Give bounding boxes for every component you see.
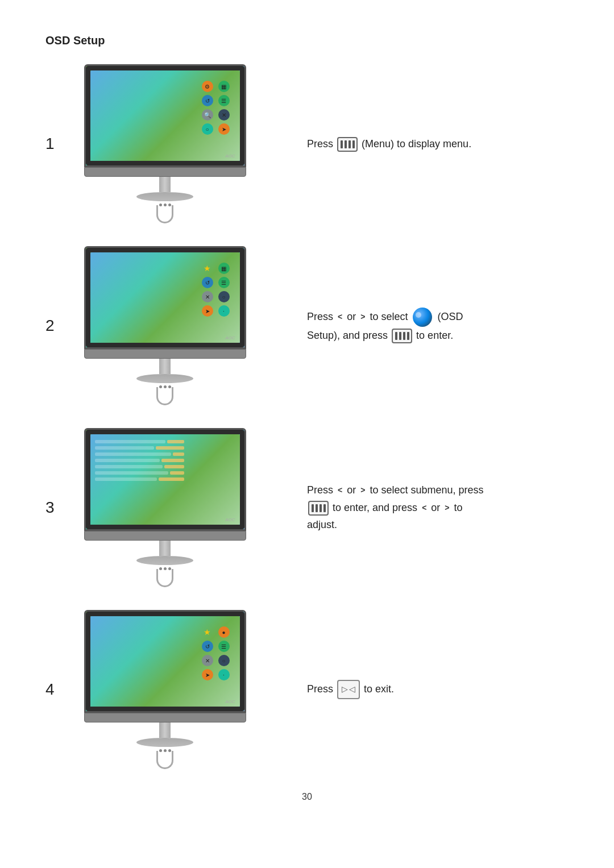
step-1-description: Press (Menu) to display menu. [284, 135, 569, 153]
right-arrow-btn-2: > [360, 310, 366, 325]
step-4-monitor: ★ ● ↺ ☰ ✕ ○ ➤ · AOC [74, 610, 256, 769]
menu-bars-3 [312, 504, 326, 513]
step1-text: (Menu) to display menu. [362, 138, 471, 149]
monitor-base-1 [136, 192, 193, 201]
menu-bars-2 [395, 331, 409, 340]
icon-circle-4: ○ [218, 655, 230, 666]
step-2-description: Press < or > to select (OSD Setup), and … [284, 308, 569, 344]
table-row-7 [95, 477, 185, 481]
icon-star: ★ [202, 263, 213, 274]
menu-bar-a [341, 140, 343, 148]
step3-submenu: to select submenu, press [370, 484, 483, 496]
step-4-number: 4 [45, 680, 55, 699]
step-2-monitor: ★ ▦ ↺ ☰ ✕ ○ ➤ · AOC [74, 246, 256, 405]
icon-menu: ☰ [218, 95, 230, 106]
step-3-monitor: AOC [74, 428, 256, 587]
monitor-base-2 [136, 374, 193, 383]
step4-press: Press [307, 683, 336, 695]
page-number: 30 [45, 792, 569, 802]
aoc-label: AOC [225, 153, 235, 159]
step-2-left: 2 ★ ▦ ↺ ☰ ✕ ○ ➤ [45, 246, 284, 405]
icon-menu-2: ☰ [218, 277, 230, 288]
exit-button-icon: ▷ ◁ [337, 680, 360, 699]
menu-bar-2a [395, 332, 397, 340]
menu-bar-b [345, 140, 347, 148]
aoc-label-2: AOC [225, 335, 235, 340]
step1-press: Press [307, 138, 333, 149]
step-3-row: 3 [45, 428, 569, 587]
exit-arrow-left: ◁ [349, 683, 355, 696]
step-1-left: 1 ⚙ ▦ ↺ ☰ 🔍 ✕ [45, 64, 284, 223]
monitor-bar-2 [84, 349, 246, 358]
menu-button-icon-2 [392, 329, 412, 343]
aoc-label-3: AOC [225, 517, 235, 522]
monitor-bar-1 [84, 167, 246, 176]
step-4-description: Press ▷ ◁ to exit. [284, 680, 569, 699]
screen-icons-1: ⚙ ▦ ↺ ☰ 🔍 ✕ ○ ➤ [202, 81, 232, 135]
step3-adjust: adjust. [307, 519, 337, 530]
icon-x: ✕ [202, 291, 213, 302]
icon-refresh-2: ↺ [202, 277, 213, 288]
table-row-4 [95, 459, 185, 462]
menu-bar-2c [403, 332, 405, 340]
icon-dot-4: ● [218, 626, 230, 638]
page-content: OSD Setup 1 ⚙ ▦ ↺ ☰ [0, 0, 614, 836]
menu-bar-3a [312, 504, 314, 512]
right-arrow-btn-3a: > [360, 483, 366, 498]
table-row-3 [95, 452, 185, 456]
step3-to-enter: to enter, and press [333, 502, 420, 513]
left-arrow-btn-2: < [337, 310, 343, 325]
step-1-row: 1 ⚙ ▦ ↺ ☰ 🔍 ✕ [45, 64, 569, 223]
step3-or-2: or [431, 502, 443, 513]
menu-bar-2b [399, 332, 401, 340]
monitor-base-4 [136, 738, 193, 747]
menu-bar-3b [316, 504, 318, 512]
left-arrow-btn-3a: < [337, 483, 343, 498]
icon-close: ✕ [218, 109, 230, 121]
aoc-label-4: AOC [225, 699, 235, 704]
monitor-bar-3 [84, 531, 246, 540]
monitor-bar-4 [84, 713, 246, 722]
step2-setup: Setup), and press [307, 330, 391, 341]
menu-bar-2d [407, 332, 409, 340]
monitor-base-3 [136, 556, 193, 565]
monitor-neck-1 [159, 177, 171, 192]
screen-table-step3 [95, 440, 185, 481]
step2-to-select: to select [370, 310, 410, 322]
screen-icons-4: ★ ● ↺ ☰ ✕ ○ ➤ · [202, 626, 232, 680]
left-arrow-btn-3b: < [421, 501, 427, 516]
step2-osd-label: (OSD [438, 310, 463, 322]
step-3-number: 3 [45, 499, 55, 517]
monitor-arm-4 [156, 751, 173, 769]
step2-press: Press [307, 310, 336, 322]
monitor-neck-4 [159, 722, 171, 738]
icon-star-4: ★ [202, 626, 213, 638]
menu-bar-c [349, 140, 351, 148]
menu-button-icon-1 [337, 137, 358, 152]
step4-to-exit: to exit. [364, 683, 394, 695]
icon-search: 🔍 [202, 109, 213, 121]
table-row-5 [95, 465, 185, 468]
step-4-row: 4 ★ ● ↺ ☰ ✕ ○ ➤ [45, 610, 569, 769]
monitor-arm-3 [156, 569, 173, 587]
icon-dot2-4: · [218, 669, 230, 680]
step-3-left: 3 [45, 428, 284, 587]
icon-circle-2: ○ [218, 291, 230, 302]
step-2-number: 2 [45, 317, 55, 335]
step-4-left: 4 ★ ● ↺ ☰ ✕ ○ ➤ [45, 610, 284, 769]
osd-globe-icon [413, 308, 432, 327]
step-1-monitor: ⚙ ▦ ↺ ☰ 🔍 ✕ ○ ➤ AOC [74, 64, 256, 223]
monitor-arm-2 [156, 387, 173, 405]
icon-x-4: ✕ [202, 655, 213, 666]
menu-bars-1 [341, 140, 355, 149]
table-row-1 [95, 440, 185, 443]
menu-button-icon-3 [308, 501, 329, 516]
icon-arrow-2: ➤ [202, 305, 213, 317]
monitor-arm-1 [156, 205, 173, 223]
step3-or-1: or [347, 484, 359, 496]
screen-icons-2: ★ ▦ ↺ ☰ ✕ ○ ➤ · [202, 263, 232, 317]
icon-refresh-4: ↺ [202, 641, 213, 652]
icon-menu-4: ☰ [218, 641, 230, 652]
exit-arrow-right: ▷ [342, 683, 348, 696]
monitor-neck-2 [159, 359, 171, 374]
